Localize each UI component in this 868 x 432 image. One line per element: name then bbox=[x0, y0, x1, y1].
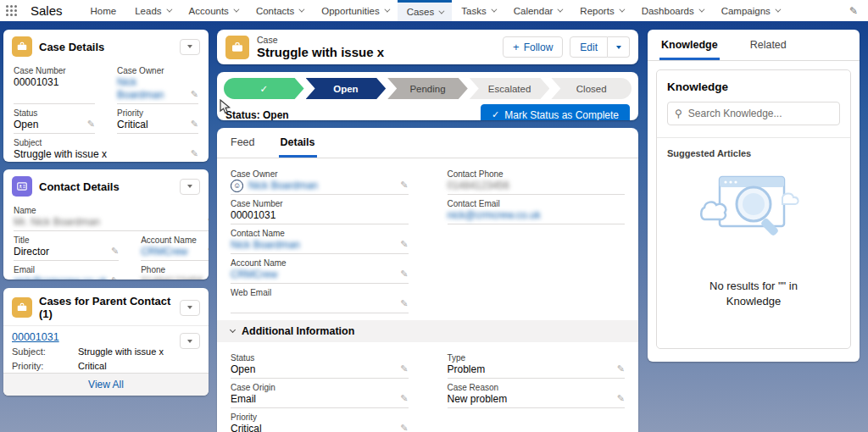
field-phone: Phone 01484123456 ✎ bbox=[141, 261, 209, 280]
chevron-down-icon bbox=[616, 46, 621, 49]
chevron-down-icon bbox=[558, 7, 564, 13]
path-stage-open[interactable]: Open bbox=[306, 78, 387, 99]
row-menu-button[interactable] bbox=[180, 333, 200, 349]
no-results-illustration bbox=[698, 172, 810, 257]
edit-pencil-icon[interactable]: ✎ bbox=[207, 216, 209, 227]
empty-state: No results for "" in Knowledge bbox=[657, 172, 850, 309]
field-priority: Priority Critical ✎ bbox=[231, 408, 409, 432]
user-avatar: ☺ bbox=[231, 180, 243, 192]
field-account-name: Account Name CRMCrew ✎ bbox=[141, 231, 209, 261]
field-case-number: Case Number 00001031 bbox=[231, 195, 409, 224]
knowledge-panel: Knowledge Related Knowledge ⚲ Suggested … bbox=[648, 30, 860, 362]
additional-information-section-header[interactable]: Additional Information bbox=[217, 320, 638, 342]
status-label: Status: Open bbox=[225, 109, 289, 121]
record-header-card: Case Struggle with issue x +Follow Edit bbox=[217, 30, 638, 64]
field-case-origin: Case Origin Email ✎ bbox=[231, 379, 409, 408]
edit-pencil-icon[interactable]: ✎ bbox=[617, 363, 625, 374]
nav-item-home[interactable]: Home bbox=[81, 0, 126, 21]
tab-feed[interactable]: Feed bbox=[229, 128, 257, 158]
edit-pencil-icon[interactable]: ✎ bbox=[617, 393, 625, 404]
edit-pencil-icon[interactable]: ✎ bbox=[191, 119, 198, 130]
case-owner-link[interactable]: Nick Boardman bbox=[117, 76, 164, 101]
path-stage-closed[interactable]: Closed bbox=[551, 78, 632, 99]
field-subject: Subject Struggle with issue x ✎ bbox=[14, 134, 198, 162]
edit-pencil-icon[interactable]: ✎ bbox=[400, 423, 408, 432]
record-actions-dropdown-button[interactable] bbox=[608, 36, 630, 58]
tab-details[interactable]: Details bbox=[279, 128, 317, 158]
card-title: Contact Details bbox=[39, 180, 180, 193]
nav-item-tasks[interactable]: Tasks bbox=[452, 0, 504, 21]
plus-icon: + bbox=[513, 41, 520, 53]
field-email: Email nick@crmcrew.co.uk ✎ bbox=[14, 261, 119, 280]
field-contact-email: Contact Email nick@crmcrew.co.uk bbox=[448, 195, 626, 224]
nav-item-accounts[interactable]: Accounts bbox=[180, 0, 247, 21]
nav-item-campaigns[interactable]: Campaigns bbox=[712, 0, 788, 21]
check-icon: ✓ bbox=[492, 109, 499, 120]
knowledge-heading: Knowledge bbox=[667, 80, 840, 93]
path-stage-complete[interactable]: ✓ bbox=[224, 78, 304, 99]
edit-pencil-icon[interactable]: ✎ bbox=[400, 180, 408, 191]
chevron-down-icon bbox=[230, 327, 236, 333]
contact-name-link[interactable]: Nick Boardman bbox=[231, 239, 300, 252]
field-contact-name: Contact Name Nick Boardman ✎ bbox=[231, 224, 409, 254]
nav-item-cases[interactable]: Cases bbox=[398, 0, 453, 21]
knowledge-search-input[interactable] bbox=[688, 108, 832, 119]
edit-pencil-icon[interactable]: ✎ bbox=[111, 246, 119, 257]
global-nav: Sales Home Leads Accounts Contacts Oppor… bbox=[0, 0, 868, 21]
nav-item-calendar[interactable]: Calendar bbox=[504, 0, 571, 21]
edit-pencil-icon[interactable]: ✎ bbox=[400, 393, 408, 404]
field-name: Name Mr. Nick Boardman ✎ bbox=[14, 202, 209, 231]
search-icon: ⚲ bbox=[675, 108, 682, 119]
card-menu-button[interactable] bbox=[180, 39, 200, 55]
field-case-owner: Case Owner ☺ Nick Boardman ✎ bbox=[231, 165, 409, 195]
nav-item-contacts[interactable]: Contacts bbox=[247, 0, 312, 21]
field-title: Title Director ✎ bbox=[14, 231, 119, 261]
case-details-card: Case Details Case Number 00001031 Case O… bbox=[3, 30, 209, 162]
email-link[interactable]: nick@crmcrew.co.uk bbox=[14, 275, 107, 280]
contact-email-link[interactable]: nick@crmcrew.co.uk bbox=[448, 209, 541, 222]
edit-pencil-icon[interactable]: ✎ bbox=[87, 119, 95, 130]
case-briefcase-icon bbox=[225, 36, 249, 59]
account-name-link[interactable]: CRMCrew bbox=[231, 269, 277, 281]
chevron-down-icon bbox=[491, 7, 497, 13]
tab-knowledge[interactable]: Knowledge bbox=[659, 30, 720, 60]
chevron-down-icon bbox=[619, 7, 625, 13]
tab-related[interactable]: Related bbox=[748, 30, 788, 60]
follow-button[interactable]: +Follow bbox=[503, 36, 563, 58]
contact-card-icon bbox=[12, 176, 32, 197]
case-owner-link[interactable]: Nick Boardman bbox=[248, 180, 318, 192]
field-priority: Priority Critical ✎ bbox=[117, 104, 198, 134]
edit-pencil-icon[interactable]: ✎ bbox=[400, 298, 408, 309]
case-number-link[interactable]: 00001031 bbox=[12, 331, 59, 343]
edit-pencil-icon[interactable]: ✎ bbox=[191, 89, 198, 100]
edit-pencil-icon[interactable]: ✎ bbox=[207, 275, 209, 280]
path-stage-escalated[interactable]: Escalated bbox=[470, 78, 550, 99]
field-account-name: Account Name CRMCrew ✎ bbox=[231, 254, 409, 284]
card-menu-button[interactable] bbox=[180, 300, 200, 316]
field-status: Status Open ✎ bbox=[231, 349, 409, 379]
divider bbox=[657, 137, 850, 138]
case-status-path: ✓ Open Pending Escalated Closed bbox=[224, 78, 632, 99]
edit-pencil-icon[interactable]: ✎ bbox=[207, 246, 209, 257]
knowledge-search-box: ⚲ bbox=[667, 102, 840, 125]
nav-edit-pencil-icon[interactable]: ✎ bbox=[839, 0, 868, 21]
app-launcher-icon[interactable] bbox=[0, 0, 22, 21]
case-subject-link[interactable]: Struggle with issue x bbox=[78, 346, 164, 357]
nav-item-dashboards[interactable]: Dashboards bbox=[632, 0, 712, 21]
nav-item-reports[interactable]: Reports bbox=[570, 0, 632, 21]
card-menu-button[interactable] bbox=[180, 179, 200, 195]
edit-pencil-icon[interactable]: ✎ bbox=[111, 275, 119, 280]
view-all-link[interactable]: View All bbox=[88, 379, 124, 390]
chevron-down-icon bbox=[233, 7, 239, 13]
nav-item-opportunities[interactable]: Opportunities bbox=[312, 0, 397, 21]
mark-status-complete-button[interactable]: ✓Mark Status as Complete bbox=[481, 104, 630, 120]
edit-pencil-icon[interactable]: ✎ bbox=[400, 363, 408, 374]
edit-button[interactable]: Edit bbox=[570, 36, 608, 58]
edit-pencil-icon[interactable]: ✎ bbox=[191, 148, 198, 159]
edit-pencil-icon[interactable]: ✎ bbox=[400, 269, 408, 280]
account-link[interactable]: CRMCrew bbox=[141, 246, 187, 258]
nav-item-leads[interactable]: Leads bbox=[125, 0, 179, 21]
edit-pencil-icon[interactable]: ✎ bbox=[400, 239, 408, 250]
chevron-down-icon bbox=[698, 7, 704, 13]
path-stage-pending[interactable]: Pending bbox=[387, 78, 468, 99]
